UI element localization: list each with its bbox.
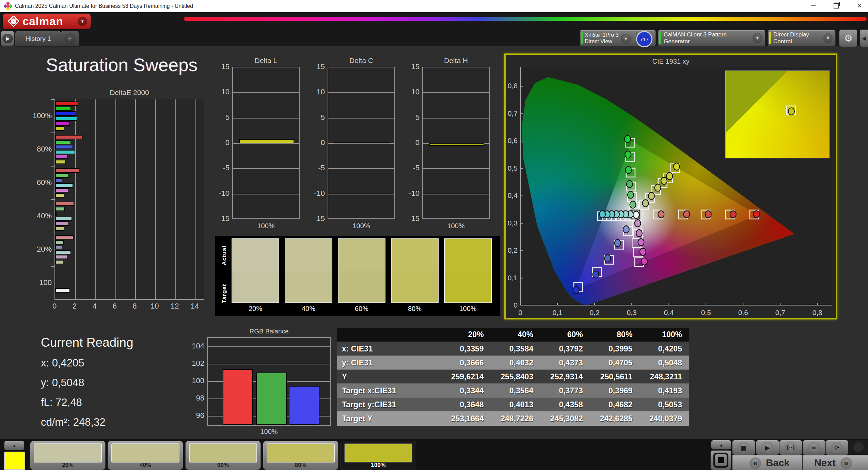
minimize-button[interactable]	[805, 0, 821, 12]
table-row: Target x:CIE310,33440,35640,37730,39690,…	[337, 383, 689, 398]
cie-y-tick: 0,3	[503, 219, 518, 227]
deltae-bar-100%-2	[55, 111, 76, 116]
settings-button[interactable]: ⚙	[839, 29, 857, 47]
deltae-bar-60%-4	[55, 188, 69, 192]
transport-up-button[interactable]: ▲	[711, 440, 731, 450]
table-cell: 0,4358	[540, 398, 590, 412]
deltae-bar-80%-0	[55, 135, 83, 139]
pattern-swatch	[344, 443, 412, 463]
delta_c-y-tick: 5	[310, 113, 325, 122]
delta_h-bar	[429, 143, 484, 146]
gear-icon: ⚙	[844, 33, 852, 44]
swatch-target	[285, 271, 332, 302]
swatch-100%	[444, 238, 492, 303]
plus-icon: +	[64, 33, 75, 44]
pattern-button-60%[interactable]: 60%	[185, 441, 261, 470]
axis-tick	[51, 266, 54, 267]
swatch-60%	[338, 238, 385, 303]
arrow-up-icon: ▲	[719, 442, 724, 448]
table-header-cell: 100%	[639, 328, 689, 342]
table-row: Y259,6214255,8403252,9314250,5611248,321…	[337, 370, 689, 384]
delta_l-bar	[239, 139, 294, 143]
gridline	[233, 118, 299, 119]
next-button[interactable]: Next »	[802, 455, 868, 470]
stop-pattern-button[interactable]	[710, 450, 731, 470]
stop-button[interactable]: ■	[732, 440, 755, 455]
delta_h-chart	[422, 67, 490, 219]
collapse-panel-button[interactable]: ◀	[859, 29, 868, 47]
rgb-y-tick: 96	[188, 411, 204, 420]
rgb-y-tick: 102	[188, 359, 204, 368]
swatch-actual	[285, 239, 332, 271]
actual-row-label: Actual	[221, 240, 228, 271]
delta_h-x-label: 100%	[422, 222, 490, 230]
table-header-cell: 60%	[540, 328, 590, 342]
table-cell: 253,1664	[441, 412, 491, 426]
close-button[interactable]: ×	[852, 0, 867, 12]
table-cell: 0,3773	[540, 384, 590, 398]
delta_c-x-label: 100%	[328, 222, 395, 230]
delta_l-x-label: 100%	[232, 222, 300, 230]
swatch-label: 80%	[391, 305, 439, 313]
sidebar-toggle-button[interactable]: ▶	[1, 31, 14, 46]
back-button[interactable]: « Back	[732, 455, 802, 470]
table-cell: 0,3564	[491, 384, 540, 398]
deltae-group-label: 20%	[24, 245, 52, 254]
table-header-cell: 40%	[491, 328, 540, 342]
chevron-down-icon: ▼	[621, 34, 631, 44]
tab-history-1[interactable]: History 1	[15, 31, 61, 47]
deltae-x-tick: 10	[148, 302, 161, 311]
active-pattern-swatch[interactable]	[4, 452, 25, 470]
refresh-button[interactable]: ⟳	[825, 440, 849, 455]
play-button[interactable]: ▶	[756, 440, 779, 455]
loop-button[interactable]: ∞	[803, 440, 826, 455]
add-tab-button[interactable]: +	[61, 31, 79, 47]
pattern-button-20%[interactable]: 20%	[30, 441, 106, 470]
axis-tick	[51, 99, 54, 100]
close-icon: ×	[857, 1, 862, 11]
gridline	[233, 194, 299, 194]
transport-extra-button[interactable]	[849, 440, 868, 454]
rgb-bar-red	[223, 369, 253, 425]
pattern-button-100%[interactable]: 100%	[341, 441, 416, 470]
tab-label: History 1	[26, 35, 51, 43]
play-icon: ▶	[762, 442, 773, 453]
deltae-bar-40%-0	[55, 202, 74, 206]
delta_l-y-tick: 15	[215, 62, 230, 71]
table-row: Target Y253,1664248,7226245,3082242,6285…	[337, 411, 689, 426]
pattern-button-40%[interactable]: 40%	[108, 441, 183, 470]
gridline	[233, 92, 299, 93]
table-cell: 0,4682	[590, 398, 640, 412]
pattern-label: 40%	[108, 462, 183, 469]
meter-count-badge[interactable]: 717	[636, 31, 652, 47]
app-header: calman ▼ ▶ History 1 + X-Rite i1Pro 3 Di…	[0, 12, 868, 46]
maximize-button[interactable]	[828, 0, 844, 12]
gridline	[328, 92, 394, 93]
arrow-up-icon: ▲	[12, 443, 17, 448]
frame-step-button[interactable]: [··]	[779, 440, 802, 455]
table-cell: 0,4013	[491, 398, 540, 412]
expand-arrow-icon: ▶	[2, 34, 13, 43]
delta_l-chart	[232, 67, 300, 219]
pattern-generator-dropdown[interactable]: CalMAN Client 3 Pattern Generator ▼	[658, 30, 766, 46]
chevron-down-icon: ▼	[823, 33, 833, 43]
delta_c-y-tick: -15	[310, 214, 325, 223]
refresh-icon: ⟳	[831, 442, 843, 453]
table-row-label: x: CIE31	[337, 342, 441, 356]
calman-menu-button[interactable]: calman ▼	[3, 14, 91, 29]
gridline	[328, 168, 394, 169]
table-cell: 0,4373	[540, 356, 590, 370]
deltae-bar-100%-5	[55, 126, 64, 131]
next-label: Next	[814, 457, 836, 469]
pattern-list-up-button[interactable]: ▲	[4, 441, 25, 450]
logo-dropdown-arrow[interactable]: ▼	[78, 17, 87, 26]
display-control-dropdown[interactable]: Direct Display Control ▼	[768, 30, 836, 46]
cie-x-tick: 0,8	[809, 309, 825, 317]
deltae-bar-80%-5	[55, 160, 66, 164]
calman-logo-icon	[7, 16, 19, 27]
gridline	[423, 168, 489, 169]
pattern-button-80%[interactable]: 80%	[263, 441, 338, 470]
cie-title: CIE 1931 xy	[506, 58, 836, 65]
rgb-y-tick: 104	[188, 342, 204, 350]
delta_l-y-tick: 5	[215, 113, 230, 122]
